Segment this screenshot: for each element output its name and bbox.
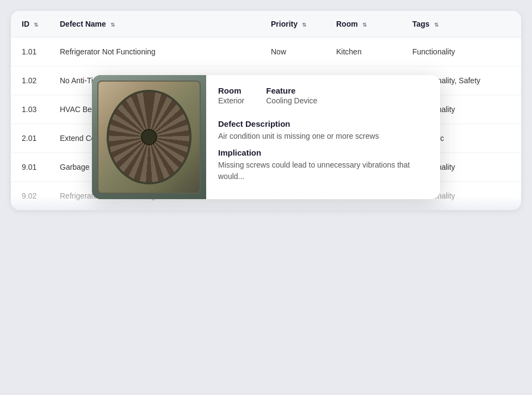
popup-feature-value: Cooling Device — [266, 96, 317, 105]
main-container: ID ⇅ Defect Name ⇅ Priority ⇅ Room ⇅ Tag… — [11, 11, 521, 210]
popup-room-section: Room Exterior — [218, 86, 244, 105]
col-header-priority[interactable]: Priority ⇅ — [260, 11, 325, 38]
ac-unit-image — [92, 75, 206, 199]
sort-icon-priority: ⇅ — [302, 22, 306, 28]
cell-room-0: Kitchen — [325, 38, 401, 66]
cell-id-5: 9.02 — [11, 182, 49, 211]
popup-feature-section: Feature Cooling Device — [266, 86, 317, 105]
popup-implication-text: Missing screws could lead to unnecessary… — [218, 159, 428, 182]
cell-id-2: 1.03 — [11, 95, 49, 124]
popup-feature-label: Feature — [266, 86, 317, 95]
sort-icon-room: ⇅ — [362, 22, 367, 28]
cell-defect-0: Refrigerator Not Functioning — [49, 38, 260, 66]
table-row[interactable]: 1.01 Refrigerator Not Functioning Now Ki… — [11, 38, 521, 66]
table-header-row: ID ⇅ Defect Name ⇅ Priority ⇅ Room ⇅ Tag… — [11, 11, 521, 38]
ac-center-graphic — [141, 129, 157, 145]
popup-image — [92, 75, 206, 199]
popup-implication-section: Implication Missing screws could lead to… — [218, 148, 428, 182]
ac-grill-graphic — [107, 90, 191, 184]
col-header-id[interactable]: ID ⇅ — [11, 11, 49, 38]
popup-defect-description-section: Defect Description Air condition unit is… — [218, 119, 428, 141]
cell-id-3: 2.01 — [11, 124, 49, 153]
sort-icon-id: ⇅ — [34, 22, 38, 28]
popup-details: Room Exterior Feature Cooling Device Def… — [206, 75, 440, 199]
popup-room-value: Exterior — [218, 96, 244, 105]
sort-icon-defect: ⇅ — [110, 22, 115, 28]
cell-id-0: 1.01 — [11, 38, 49, 66]
cell-tags-0: Functionality — [401, 38, 521, 66]
ac-unit-graphic — [97, 81, 201, 194]
cell-id-1: 1.02 — [11, 66, 49, 95]
popup-room-feature-row: Room Exterior Feature Cooling Device — [218, 86, 428, 112]
popup-defect-description-text: Air condition unit is missing one or mor… — [218, 131, 428, 141]
popup-card: Room Exterior Feature Cooling Device Def… — [92, 75, 440, 199]
col-header-room[interactable]: Room ⇅ — [325, 11, 401, 38]
sort-icon-tags: ⇅ — [434, 22, 438, 28]
cell-id-4: 9.01 — [11, 153, 49, 182]
col-header-tags[interactable]: Tags ⇅ — [401, 11, 521, 38]
popup-defect-description-label: Defect Description — [218, 119, 428, 128]
cell-priority-0: Now — [260, 38, 325, 66]
popup-implication-label: Implication — [218, 148, 428, 157]
popup-room-label: Room — [218, 86, 244, 95]
col-header-defect-name[interactable]: Defect Name ⇅ — [49, 11, 260, 38]
